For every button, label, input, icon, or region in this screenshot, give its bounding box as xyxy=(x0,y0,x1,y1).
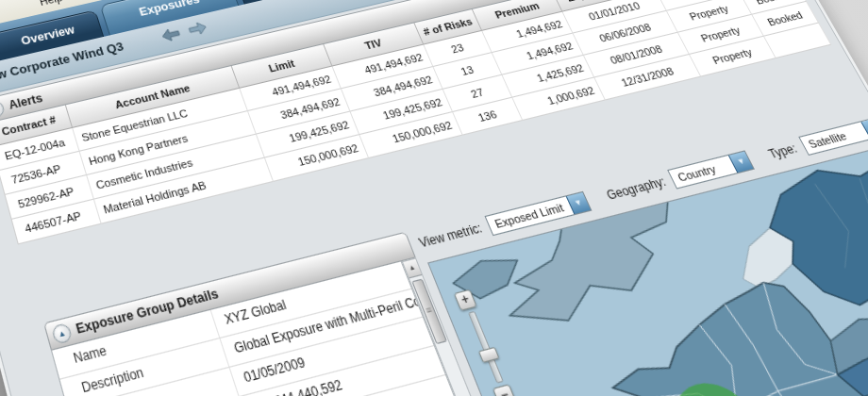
app-window: Help Overview Exposures Accumulations Ne… xyxy=(0,0,868,396)
scene: Help Overview Exposures Accumulations Ne… xyxy=(0,0,868,396)
map-panel: View metric: Exposed Limit ▼ Geography: … xyxy=(414,113,868,396)
zoom-slider-handle[interactable] xyxy=(478,347,500,363)
type-select[interactable]: Satellite ▼ xyxy=(798,117,868,156)
forward-arrow-icon[interactable] xyxy=(186,20,210,38)
alerts-section-title: Alerts xyxy=(8,91,44,112)
geography-label: Geography: xyxy=(604,174,668,203)
view-metric-label: View metric: xyxy=(417,221,484,250)
geography-value: Country xyxy=(669,156,738,188)
collapse-details-icon[interactable]: ▴ xyxy=(51,322,73,345)
zoom-out-button[interactable]: − xyxy=(492,384,517,396)
type-value: Satellite xyxy=(799,122,868,154)
type-label: Type: xyxy=(766,141,799,161)
back-arrow-icon[interactable] xyxy=(159,26,183,44)
collapse-alerts-icon[interactable]: ▴ xyxy=(0,100,6,120)
